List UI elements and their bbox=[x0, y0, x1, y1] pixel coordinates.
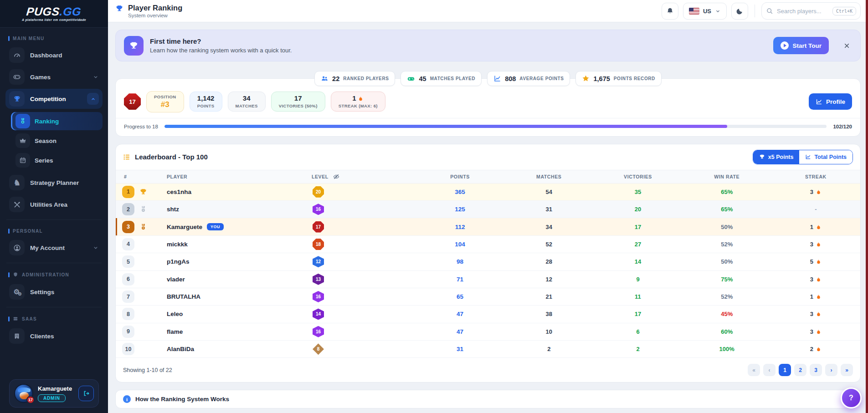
x5-points-button[interactable]: x5 Points bbox=[753, 150, 800, 164]
dark-mode-toggle[interactable] bbox=[731, 3, 748, 20]
stat-value: 808 bbox=[505, 75, 516, 82]
points-value[interactable]: 31 bbox=[457, 346, 463, 352]
points-value[interactable]: 365 bbox=[455, 189, 465, 195]
user-card[interactable]: 17 Kamarguete ADMIN bbox=[9, 379, 99, 408]
how-it-works-accordion[interactable]: i How the Ranking System Works bbox=[115, 390, 861, 408]
sidebar-item-series[interactable]: Series bbox=[11, 151, 103, 169]
matches-value: 52 bbox=[504, 241, 593, 248]
table-row[interactable]: 3 Kamarguete YOU 17 112 34 17 50% 1 bbox=[116, 218, 860, 235]
search-input[interactable] bbox=[777, 8, 829, 15]
sidebar-item-label: Clientes bbox=[30, 333, 54, 340]
sidebar-item-my-account[interactable]: My Account bbox=[5, 238, 103, 258]
banner-close-button[interactable] bbox=[842, 41, 852, 51]
sidebar-item-label: Utilities Area bbox=[30, 201, 67, 208]
sidebar-item-settings[interactable]: ⚙⚙ Settings bbox=[5, 282, 103, 302]
table-row[interactable]: 2 shtz 16 125 31 20 65% - bbox=[116, 201, 860, 218]
level-badge: 17 bbox=[124, 93, 141, 110]
points-value[interactable]: 47 bbox=[457, 311, 463, 317]
sidebar-item-strategy-planner[interactable]: ♞ Strategy Planner bbox=[5, 173, 103, 193]
shortcut-badge: Ctrl+K bbox=[832, 7, 856, 15]
gamepad-icon bbox=[407, 75, 415, 83]
prev-page-button[interactable]: ‹ bbox=[763, 364, 776, 376]
sidebar-item-games[interactable]: Games bbox=[5, 67, 103, 87]
gauge-icon bbox=[9, 47, 25, 63]
table-row[interactable]: 4 mickkk 18 104 52 27 52% 3 bbox=[116, 236, 860, 253]
level-badge: 20 bbox=[313, 186, 324, 198]
points-value[interactable]: 65 bbox=[457, 293, 463, 300]
table-row[interactable]: 10 AlanBiDa 8 31 2 2 100% 2 bbox=[116, 341, 860, 358]
rank-badge: 4 bbox=[122, 238, 134, 250]
page-button-2[interactable]: 2 bbox=[794, 364, 806, 376]
gears-icon: ⚙⚙ bbox=[9, 284, 25, 300]
us-flag-icon bbox=[689, 8, 699, 15]
sidebar-item-utilities-area[interactable]: Utilities Area bbox=[5, 194, 103, 214]
column-level: LEVEL bbox=[312, 173, 416, 180]
eye-off-icon[interactable] bbox=[333, 173, 340, 180]
flame-icon bbox=[358, 96, 364, 102]
table-row[interactable]: 8 Leleo 14 47 38 17 45% 3 bbox=[116, 306, 860, 323]
chart-icon bbox=[805, 154, 811, 160]
table-row[interactable]: 9 flame 16 47 10 6 60% 3 bbox=[116, 323, 860, 341]
tools-icon bbox=[9, 197, 25, 212]
streak-value: 3 bbox=[810, 311, 813, 317]
next-page-button[interactable]: › bbox=[825, 364, 837, 376]
first-page-button[interactable]: « bbox=[748, 364, 760, 376]
sidebar-item-clientes[interactable]: Clientes bbox=[5, 326, 103, 346]
level-badge: 14 bbox=[313, 308, 324, 320]
streak-value: 3 bbox=[810, 276, 813, 283]
profile-button[interactable]: Profile bbox=[809, 93, 852, 110]
page-subtitle: System overview bbox=[128, 13, 182, 18]
stat-points-record: 1,675 POINTS RECORD bbox=[575, 71, 661, 86]
victories-value: 11 bbox=[593, 293, 682, 300]
banner-subtitle: Learn how the ranking system works with … bbox=[150, 47, 292, 54]
table-row[interactable]: 6 vlader 13 71 12 9 75% 3 bbox=[116, 271, 860, 288]
logout-button[interactable] bbox=[78, 386, 94, 401]
page-title: Player Ranking bbox=[128, 4, 182, 13]
sidebar-item-ranking[interactable]: Ranking bbox=[11, 112, 103, 130]
victories-value: 6 bbox=[593, 328, 682, 335]
table-row[interactable]: 5 p1ngAs 12 98 28 14 50% 5 bbox=[116, 253, 860, 270]
app-logo[interactable]: PUGS.GG A plataforma líder em competitiv… bbox=[0, 0, 108, 28]
points-value[interactable]: 71 bbox=[457, 276, 463, 283]
matches-value: 10 bbox=[504, 328, 593, 335]
points-value[interactable]: 125 bbox=[455, 206, 465, 213]
rank-badge: 7 bbox=[122, 291, 134, 303]
header-divider bbox=[755, 5, 755, 17]
page-scrollbar[interactable] bbox=[866, 0, 868, 413]
app-window: PUGS.GG A plataforma líder em competitiv… bbox=[0, 0, 868, 413]
notifications-button[interactable] bbox=[662, 3, 678, 20]
trophy-icon bbox=[9, 91, 25, 107]
player-name: Leleo bbox=[167, 311, 183, 317]
column-streak: STREAK bbox=[771, 174, 860, 179]
page-button-3[interactable]: 3 bbox=[810, 364, 822, 376]
points-value[interactable]: 112 bbox=[455, 224, 465, 230]
last-page-button[interactable]: » bbox=[841, 364, 853, 376]
stat-ranked-players: 22 RANKED PLAYERS bbox=[314, 71, 395, 86]
progress-track bbox=[164, 125, 827, 128]
help-fab[interactable]: ? bbox=[841, 388, 862, 408]
points-value[interactable]: 104 bbox=[455, 241, 465, 248]
sidebar-item-competition[interactable]: Competition bbox=[5, 89, 103, 109]
sidebar-item-dashboard[interactable]: Dashboard bbox=[5, 45, 103, 65]
sidebar-item-season[interactable]: Season bbox=[11, 132, 103, 150]
position-pill: POSITION #3 bbox=[146, 91, 184, 112]
victories-value: 17 bbox=[593, 311, 682, 317]
gamepad-icon bbox=[9, 69, 25, 85]
table-row[interactable]: 1 ces1nha 20 365 54 35 65% 3 bbox=[116, 184, 860, 201]
trophy-icon bbox=[124, 36, 144, 56]
page-button-1[interactable]: 1 bbox=[779, 364, 791, 376]
points-value[interactable]: 98 bbox=[457, 258, 463, 265]
streak-value: 1 bbox=[810, 224, 813, 230]
column-win-rate: WIN RATE bbox=[683, 174, 771, 179]
search-box[interactable]: Ctrl+K bbox=[761, 2, 861, 20]
victories-value: 17 bbox=[593, 224, 682, 230]
shield-icon bbox=[13, 272, 19, 278]
banner-title: First time here? bbox=[150, 37, 292, 45]
points-value[interactable]: 47 bbox=[457, 328, 463, 335]
language-selector[interactable]: US bbox=[683, 3, 727, 20]
start-tour-button[interactable]: Start Tour bbox=[773, 37, 829, 54]
total-points-button[interactable]: Total Points bbox=[799, 150, 853, 164]
player-name: shtz bbox=[167, 206, 179, 213]
points-mode-toggle: x5 Points Total Points bbox=[753, 150, 853, 164]
table-row[interactable]: 7 BRUTALHA 16 65 21 11 52% 1 bbox=[116, 288, 860, 306]
